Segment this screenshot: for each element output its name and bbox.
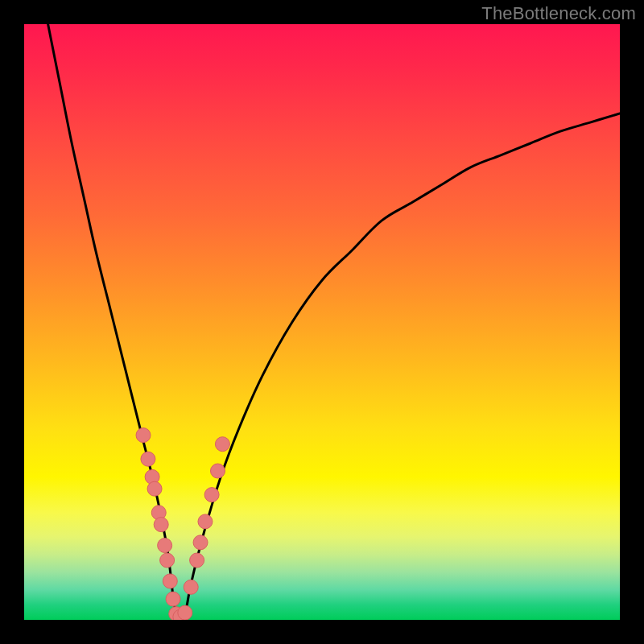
- sample-point: [158, 539, 172, 553]
- sample-point: [163, 574, 177, 588]
- sample-point: [160, 553, 175, 568]
- chart-stage: TheBottleneck.com: [0, 0, 644, 644]
- sample-point: [215, 437, 229, 452]
- sample-point: [184, 580, 198, 594]
- sample-point: [141, 452, 155, 466]
- sample-point: [166, 592, 180, 606]
- sample-point: [178, 605, 192, 620]
- sample-point: [154, 518, 168, 532]
- sample-point: [193, 535, 208, 550]
- scatter-layer: [24, 24, 620, 620]
- plot-area: [24, 24, 620, 620]
- sample-point: [211, 464, 225, 478]
- sample-point: [147, 481, 162, 496]
- sample-point: [190, 553, 204, 568]
- sample-point: [204, 488, 219, 502]
- attribution-label: TheBottleneck.com: [481, 3, 636, 24]
- sample-point: [136, 428, 151, 443]
- sample-points: [136, 428, 229, 620]
- sample-point: [198, 514, 213, 529]
